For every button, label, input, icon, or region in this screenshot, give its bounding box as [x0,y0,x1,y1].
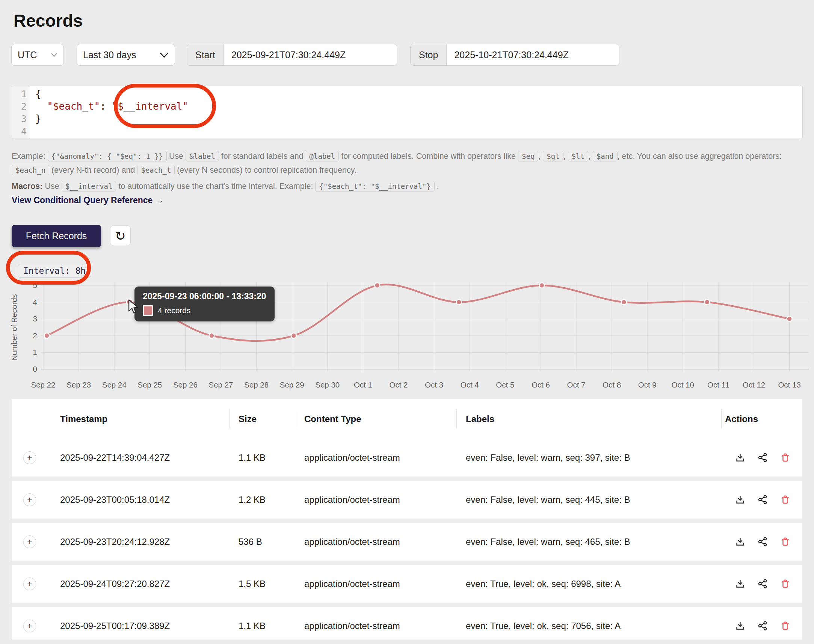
y-tick-label: 5 [33,281,37,290]
start-datetime-input[interactable] [224,44,397,65]
query-editor[interactable]: 1234 { "$each_t": "$__interval"} [12,86,803,139]
cell-actions [725,579,802,589]
x-tick-label: Sep 27 [209,380,233,389]
trash-icon [780,621,790,631]
timezone-select[interactable]: UTC [11,44,64,66]
share-icon [758,495,768,505]
refresh-button[interactable]: ↻ [110,225,131,246]
download-record-button[interactable] [735,621,745,631]
y-tick-label: 3 [33,314,37,323]
share-record-button[interactable] [758,621,768,631]
download-record-button[interactable] [735,495,745,505]
expand-row-button[interactable]: + [23,578,36,590]
tooltip-value: 4 records [158,306,191,315]
cell-timestamp: 2025-09-23T20:24:12.928Z [60,537,238,547]
data-point[interactable] [456,300,462,305]
page-title: Records [14,11,83,31]
x-tick-label: Oct 7 [567,380,586,389]
tooltip-series-swatch [143,305,153,316]
x-tick-label: Sep 24 [102,380,127,389]
cell-timestamp: 2025-09-24T09:27:20.827Z [60,579,238,589]
header-size: Size [238,414,304,424]
expand-row-button[interactable]: + [23,451,36,464]
cell-size: 1.5 KB [238,579,304,589]
x-tick-label: Oct 3 [425,380,443,389]
x-tick-label: Oct 2 [390,380,408,389]
stop-label: Stop [410,44,447,65]
delete-record-button[interactable] [780,621,790,631]
delete-record-button[interactable] [780,452,790,463]
data-point[interactable] [44,333,49,338]
tooltip-time-range: 2025-09-23 06:00:00 - 13:33:20 [143,291,266,302]
x-tick-label: Sep 25 [137,380,162,389]
delete-record-button[interactable] [780,537,790,547]
editor-code[interactable]: { "$each_t": "$__interval"} [30,86,188,138]
share-record-button[interactable] [758,537,768,547]
header-divider [229,409,229,428]
expand-row-button[interactable]: + [23,619,36,632]
data-point[interactable] [621,300,627,305]
cell-labels: even: False, level: warn, seq: 397, site… [466,452,725,463]
header-timestamp: Timestamp [60,414,238,424]
table-row: + 2025-09-25T00:17:09.389Z 1.1 KB applic… [12,607,802,639]
download-record-button[interactable] [735,579,745,589]
x-tick-label: Oct 8 [602,380,621,389]
delete-record-button[interactable] [780,495,790,505]
stop-datetime-input[interactable] [447,44,619,65]
delete-record-button[interactable] [780,579,790,589]
trash-icon [780,537,790,547]
x-tick-label: Oct 11 [707,380,730,389]
x-tick-label: Oct 1 [354,380,372,389]
cell-timestamp: 2025-09-23T00:05:18.014Z [60,495,238,505]
x-tick-label: Sep 22 [31,380,55,389]
x-tick-label: Oct 13 [778,380,800,389]
trash-icon [780,579,790,589]
data-point[interactable] [291,333,296,338]
cell-timestamp: 2025-09-25T00:17:09.389Z [60,621,238,631]
share-record-button[interactable] [758,579,768,589]
cell-labels: even: False, level: warn, seq: 465, site… [466,537,725,547]
cell-timestamp: 2025-09-22T14:39:04.427Z [60,452,238,463]
records-line-chart[interactable]: Sep 22Sep 23Sep 24Sep 25Sep 26Sep 27Sep … [9,279,813,393]
x-tick-label: Sep 23 [66,380,91,389]
share-icon [758,537,768,547]
table-header-row: Timestamp Size Content Type Labels Actio… [12,399,802,439]
x-tick-label: Oct 5 [496,380,514,389]
share-icon [758,452,768,463]
header-divider [456,409,457,428]
fetch-records-button[interactable]: Fetch Records [12,225,101,247]
expand-row-button[interactable]: + [23,494,36,506]
cell-content-type: application/octet-stream [304,579,466,589]
download-icon [735,537,745,547]
x-tick-label: Oct 4 [461,380,479,389]
y-tick-label: 0 [33,365,37,373]
cell-size: 1.1 KB [238,452,304,463]
help-example-text: Example: {"&anomaly": { "$eq": 1 }} Use … [12,149,804,177]
timezone-value: UTC [18,49,37,60]
share-record-button[interactable] [758,495,768,505]
range-select[interactable]: Last 30 days [77,44,175,66]
help-macros-text: Macros: Use $__interval to automatically… [12,179,804,193]
expand-row-button[interactable]: + [23,535,36,548]
data-point[interactable] [209,333,214,338]
share-record-button[interactable] [758,452,768,463]
download-record-button[interactable] [735,537,745,547]
y-tick-label: 2 [33,331,37,340]
conditional-query-reference-link[interactable]: View Conditional Query Reference → [12,195,164,205]
start-label: Start [187,44,224,65]
cell-actions [725,452,802,463]
download-record-button[interactable] [735,452,745,463]
data-point[interactable] [375,283,380,288]
data-point[interactable] [539,283,544,288]
interval-badge: Interval: 8h [18,264,91,278]
y-axis-label: Number of Records [10,294,18,361]
data-point[interactable] [704,300,710,305]
x-tick-label: Oct 10 [672,380,694,389]
stop-datetime-group: Stop [410,44,619,66]
data-point[interactable] [787,316,792,322]
x-tick-label: Oct 9 [638,380,657,389]
x-tick-label: Sep 28 [244,380,269,389]
cell-size: 1.2 KB [238,495,304,505]
download-icon [735,495,745,505]
cell-labels: even: True, level: ok, seq: 7056, site: … [466,621,725,631]
